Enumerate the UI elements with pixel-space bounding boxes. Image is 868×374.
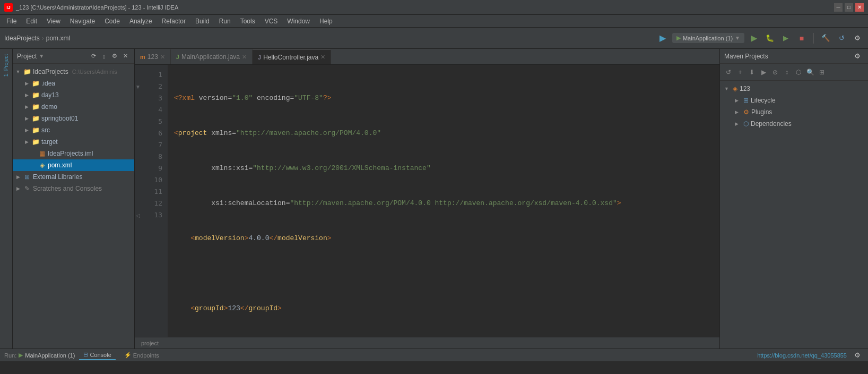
maven-refresh-button[interactable]: ↺ <box>723 67 734 78</box>
menu-analyze[interactable]: Analyze <box>125 16 157 26</box>
settings-button[interactable]: ⚙ <box>851 32 864 45</box>
minimize-button[interactable]: ─ <box>834 3 843 12</box>
menu-code[interactable]: Code <box>100 16 124 26</box>
menu-view[interactable]: View <box>42 16 65 26</box>
run-label: Run: ▶ MainApplication (1) <box>4 352 75 359</box>
menu-run[interactable]: Run <box>215 16 235 26</box>
tab-hello-ctrl-close[interactable]: ✕ <box>320 54 325 61</box>
sidebar-settings-button[interactable]: ⚙ <box>110 52 119 61</box>
tree-item-target[interactable]: ▶ 📁 target <box>13 136 134 148</box>
code-editor[interactable]: <?xml version="1.0" encoding="UTF-8"?> <… <box>168 65 719 337</box>
debug-button[interactable]: 🐛 <box>763 32 776 45</box>
line-num-6: 6 <box>141 128 168 139</box>
sidebar-controls: ⟳ ↕ ⚙ ✕ <box>89 52 130 61</box>
breadcrumb-project[interactable]: IdeaProjects <box>4 35 40 42</box>
sidebar-dropdown-icon[interactable]: ▼ <box>39 53 44 59</box>
tab-main-app-close[interactable]: ✕ <box>242 54 247 61</box>
title-bar-controls[interactable]: ─ □ ✕ <box>834 3 864 12</box>
editor-tab-123[interactable]: m 123 ✕ <box>135 49 171 64</box>
console-tab[interactable]: ⊟ Console <box>79 350 115 360</box>
maven-search-button[interactable]: 🔍 <box>805 67 815 78</box>
menu-refactor[interactable]: Refactor <box>158 16 190 26</box>
status-right: https://blog.csdn.net/qq_43055855 ⚙ <box>757 349 864 362</box>
run-config-dropdown-icon[interactable]: ▼ <box>735 35 740 41</box>
root-path: C:\Users\Adminis <box>72 69 117 75</box>
maven-root[interactable]: ▼ ◈ 123 <box>720 83 868 95</box>
tree-item-day13[interactable]: ▶ 📁 day13 <box>13 89 134 101</box>
tree-item-scratches[interactable]: ▶ ✎ Scratches and Consoles <box>13 183 134 194</box>
sidebar-header-left: Project ▼ <box>17 53 44 60</box>
run-config-bottom: MainApplication (1) <box>25 352 75 359</box>
target-arrow-icon: ▶ <box>23 139 30 145</box>
maven-dependencies[interactable]: ▶ ⬡ Dependencies <box>720 118 868 130</box>
editor-breadcrumb: project <box>141 340 159 346</box>
gutter-line-13: ◁ <box>135 209 141 221</box>
scratches-arrow-icon: ▶ <box>15 185 21 192</box>
menu-file[interactable]: File <box>2 16 21 26</box>
code-line-1: <?xml version="1.0" encoding="UTF-8"?> <box>174 92 713 104</box>
breadcrumb-separator: › <box>42 35 44 42</box>
tree-item-springboot01[interactable]: ▶ 📁 springboot01 <box>13 113 134 124</box>
day13-folder-icon: 📁 <box>31 91 40 99</box>
sidebar-expand-button[interactable]: ↕ <box>99 52 109 61</box>
tab-123-close[interactable]: ✕ <box>160 54 165 61</box>
maven-plugins-arrow-icon: ▶ <box>735 109 741 115</box>
editor-tab-hello-controller[interactable]: J HelloController.java ✕ <box>253 49 331 64</box>
menu-help[interactable]: Help <box>315 16 337 26</box>
idea-arrow-icon: ▶ <box>23 80 30 87</box>
breadcrumb-file[interactable]: pom.xml <box>46 35 70 42</box>
menu-navigate[interactable]: Navigate <box>66 16 99 26</box>
menu-build[interactable]: Build <box>191 16 214 26</box>
tree-item-demo[interactable]: ▶ 📁 demo <box>13 101 134 113</box>
editor-tab-main-app[interactable]: J MainApplication.java ✕ <box>171 49 253 64</box>
maven-settings-button[interactable]: ⚙ <box>851 50 864 63</box>
run-coverage-button[interactable]: ▶ <box>779 32 792 45</box>
status-url: https://blog.csdn.net/qq_43055855 <box>757 352 847 359</box>
editor-gutter: ▼ ◁ <box>135 65 141 337</box>
menu-vcs[interactable]: VCS <box>261 16 282 26</box>
vertical-tab-project[interactable]: 1: Project <box>2 51 11 80</box>
fold-marker-13[interactable]: ◁ <box>136 212 140 218</box>
gutter-line-7 <box>135 139 141 151</box>
maximize-button[interactable]: □ <box>845 3 853 12</box>
run-configuration[interactable]: ▶ MainApplication (1) ▼ <box>672 33 744 43</box>
update-button[interactable]: ↺ <box>835 32 848 45</box>
gutter-line-12 <box>135 198 141 209</box>
tree-item-pom[interactable]: ▶ ◈ pom.xml <box>13 159 134 171</box>
menu-window[interactable]: Window <box>283 16 314 26</box>
maven-skip-tests-button[interactable]: ⊘ <box>770 67 780 78</box>
sidebar-close-button[interactable]: ✕ <box>120 52 130 61</box>
menu-edit[interactable]: Edit <box>22 16 41 26</box>
tree-root[interactable]: ▼ 📁 IdeaProjects C:\Users\Adminis <box>13 66 134 78</box>
tree-item-src[interactable]: ▶ 📁 src <box>13 124 134 136</box>
maven-lifecycle[interactable]: ▶ ⊞ Lifecycle <box>720 95 868 106</box>
bottom-settings-button[interactable]: ⚙ <box>851 349 864 362</box>
endpoints-tab[interactable]: ⚡ Endpoints <box>120 351 163 360</box>
run-with-coverage-button[interactable]: ▶ <box>656 32 669 45</box>
demo-label: demo <box>41 103 57 110</box>
root-folder-icon: 📁 <box>23 67 31 76</box>
maven-download-button[interactable]: ⬇ <box>747 67 757 78</box>
maven-header: Maven Projects ⚙ <box>720 49 868 64</box>
tree-item-iml[interactable]: ▶ ▦ IdeaProjects.iml <box>13 148 134 159</box>
fold-marker-2[interactable]: ▼ <box>135 84 141 90</box>
maven-run-button[interactable]: ▶ <box>758 67 769 78</box>
sidebar-sync-button[interactable]: ⟳ <box>89 52 98 61</box>
tree-item-idea[interactable]: ▶ 📁 .idea <box>13 78 134 89</box>
scratches-icon: ✎ <box>23 184 31 193</box>
editor-tabs: m 123 ✕ J MainApplication.java ✕ J Hello… <box>135 49 719 65</box>
iml-label: IdeaProjects.iml <box>48 150 93 157</box>
maven-plugins[interactable]: ▶ ⚙ Plugins <box>720 106 868 118</box>
maven-diagram-button[interactable]: ⬡ <box>793 67 804 78</box>
close-button[interactable]: ✕ <box>855 3 864 12</box>
editor-area: m 123 ✕ J MainApplication.java ✕ J Hello… <box>135 49 719 348</box>
run-button[interactable]: ▶ <box>748 32 760 45</box>
stop-button[interactable]: ■ <box>795 32 808 45</box>
tree-item-external-libs[interactable]: ▶ ⊞ External Libraries <box>13 171 134 183</box>
line-num-11: 11 <box>141 186 168 198</box>
maven-expand-button[interactable]: ⊞ <box>817 67 827 78</box>
build-button[interactable]: 🔨 <box>819 32 832 45</box>
maven-add-button[interactable]: + <box>735 67 745 78</box>
menu-tools[interactable]: Tools <box>236 16 259 26</box>
maven-collapse-button[interactable]: ↕ <box>782 67 792 78</box>
